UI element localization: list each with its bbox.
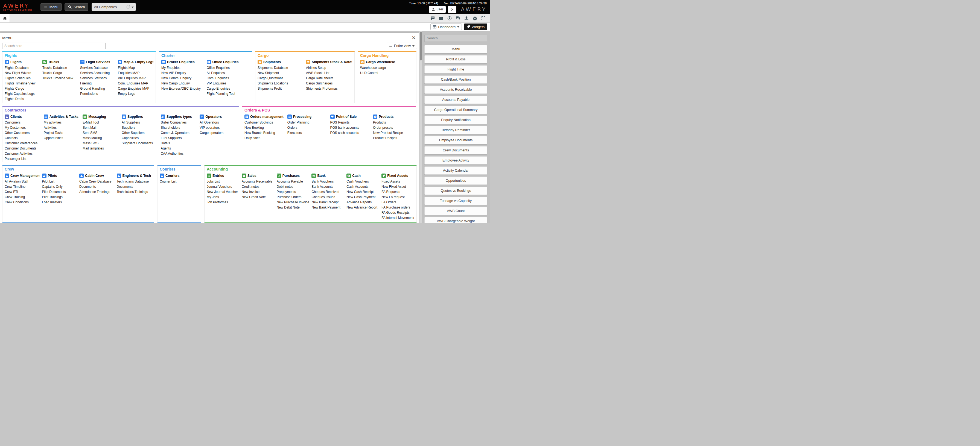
menu-item[interactable]: Agents [161, 146, 198, 151]
menu-item[interactable]: Flight Captains Logs [5, 91, 40, 97]
group-header-processing[interactable]: Processing [287, 114, 328, 119]
widget-button[interactable]: Quotes vs Bookings [425, 187, 487, 195]
menu-item[interactable]: Sister Companies [161, 120, 198, 125]
menu-item[interactable]: Capabilities [122, 135, 159, 141]
group-header-suppliers-types[interactable]: Suppliers types [161, 114, 198, 119]
widget-button[interactable]: Employee Documents [425, 136, 487, 144]
widget-button[interactable]: Opportunities [425, 176, 487, 185]
group-header-fixed-assets[interactable]: Fixed Assets [382, 173, 414, 178]
menu-item[interactable]: Accounts Receivable [242, 179, 275, 184]
menu-item[interactable]: Attendance Trainings [79, 189, 115, 195]
gear-icon[interactable] [473, 16, 477, 21]
menu-item[interactable]: POS cash accounts [330, 130, 371, 135]
chat-double-icon[interactable] [456, 16, 460, 21]
mail-icon[interactable] [439, 16, 443, 21]
comment-icon[interactable] [430, 16, 435, 21]
group-header-bank[interactable]: Bank [312, 173, 344, 178]
menu-item[interactable]: New Purchase Invoice [277, 200, 310, 205]
menu-item[interactable]: Shipments Proformas [306, 86, 352, 91]
menu-item[interactable]: Flights Drafts [5, 97, 40, 102]
group-header-office-enquiries[interactable]: Office Enquiries [207, 60, 250, 64]
menu-item[interactable]: FA Requests [382, 189, 414, 195]
menu-item[interactable]: Pilot Trainings [42, 195, 77, 200]
menu-item[interactable]: Crew Conditions [5, 200, 40, 205]
group-header-purchases[interactable]: Purchases [277, 173, 310, 178]
menu-item[interactable]: Pilot List [42, 179, 77, 184]
logout-button[interactable] [448, 6, 457, 13]
menu-item[interactable]: Cargo Quotations [258, 76, 304, 81]
group-header-broker-enquiries[interactable]: Broker Enquiries [161, 60, 205, 64]
group-header-sales[interactable]: Sales [242, 173, 275, 178]
group-header-shipments[interactable]: Shipments [258, 60, 304, 64]
menu-item[interactable]: Office Enquiries [207, 65, 250, 70]
menu-item[interactable]: Flights Map [118, 65, 153, 70]
menu-item[interactable]: Other Suppliers [122, 130, 159, 135]
menu-item[interactable]: Prepayments [277, 189, 310, 195]
menu-item[interactable]: Comm.J. Operators [161, 130, 198, 135]
menu-item[interactable]: Cargo Rate sheets [306, 76, 352, 81]
menu-item[interactable]: New Cash Receipt [347, 189, 379, 195]
group-header-suppliers[interactable]: Suppliers [122, 114, 159, 119]
menu-item[interactable]: Trucks Timeline View [42, 76, 78, 81]
menu-item[interactable]: Daily sales [245, 135, 285, 141]
group-header-cargo-warehouse[interactable]: Cargo Warehouse [360, 60, 414, 64]
menu-item[interactable]: Journal Vouchers [207, 184, 240, 189]
menu-item[interactable]: Order Planning [287, 120, 328, 125]
menu-item[interactable]: FA Orders [382, 200, 414, 205]
menu-item[interactable]: Pilot Documents [42, 189, 77, 195]
widget-button[interactable]: Birthday Reminder [425, 126, 487, 134]
menu-item[interactable]: Com. Enquiries [207, 76, 250, 81]
menu-item[interactable]: Other Customers [5, 130, 41, 135]
menu-item[interactable]: Executors [287, 130, 328, 135]
menu-item[interactable]: Customers [5, 120, 41, 125]
widget-button[interactable]: Cash/Bank Position [425, 75, 487, 84]
dashboard-select[interactable]: Dashboard [430, 24, 462, 30]
search-button[interactable]: Search [65, 3, 88, 11]
menu-item[interactable]: Crew FTL [5, 189, 40, 195]
menu-item[interactable]: New Bank Payment [312, 205, 344, 210]
menu-item[interactable]: VIP Enquiries [207, 81, 250, 86]
menu-item[interactable]: Cargo Enquiries MAP [118, 86, 153, 91]
menu-item[interactable]: Accounts Payable [277, 179, 310, 184]
group-header-point-of-sale[interactable]: Point of Sale [330, 114, 371, 119]
menu-item[interactable]: Purchase Orders [277, 195, 310, 200]
widget-button[interactable]: Employee Activity [425, 156, 487, 165]
menu-item[interactable]: Debit notes [277, 184, 310, 189]
menu-item[interactable]: New Comm. Enquiry [161, 76, 205, 81]
menu-item[interactable]: Courier List [160, 179, 199, 184]
group-header-operators[interactable]: Operators [200, 114, 237, 119]
menu-item[interactable]: New Express/OBC Enquiry [161, 86, 205, 91]
menu-item[interactable]: My Enquiries [161, 65, 205, 70]
menu-item[interactable]: Trucks Cargo [42, 70, 78, 76]
menu-item[interactable]: Project Tasks [44, 130, 81, 135]
group-header-crew-management[interactable]: Crew Management [5, 173, 40, 178]
menu-item[interactable]: Mass SMS [83, 141, 119, 146]
menu-item[interactable]: Trucks Database [42, 65, 78, 70]
menu-item[interactable]: CAA Authorities [161, 151, 198, 156]
menu-item[interactable]: Cargo operators [200, 130, 237, 135]
menu-item[interactable]: Permissions [80, 91, 116, 97]
menu-item[interactable]: Activities [44, 125, 81, 130]
close-icon[interactable]: ✕ [412, 35, 415, 40]
menu-item[interactable]: Cargo Enquiries [207, 86, 250, 91]
menu-item[interactable]: Cabin Crew Database [79, 179, 115, 184]
company-select[interactable]: All Companies [92, 3, 136, 11]
menu-item[interactable]: New Advance Report [347, 205, 379, 210]
widgets-button[interactable]: Widgets [464, 24, 487, 30]
group-header-entries[interactable]: Entries [207, 173, 240, 178]
group-header-products[interactable]: Products [373, 114, 414, 119]
widget-button[interactable]: Menu [425, 45, 487, 53]
group-header-cash[interactable]: Cash [347, 173, 379, 178]
menu-item[interactable]: New Credit Note [242, 195, 275, 200]
menu-item[interactable]: Ground Handling [80, 86, 116, 91]
menu-item[interactable]: Suppliers [122, 125, 159, 130]
group-header-trucks[interactable]: Trucks [42, 60, 78, 64]
menu-item[interactable]: New Bank Receipt [312, 200, 344, 205]
menu-item[interactable]: New Invoice [242, 189, 275, 195]
fullscreen-icon[interactable] [481, 16, 485, 21]
menu-button[interactable]: Menu [40, 3, 62, 11]
menu-item[interactable]: Fuel Suppliers [161, 135, 198, 141]
menu-item[interactable]: Warehouse cargo [360, 65, 414, 70]
menu-item[interactable]: Product Recipes [373, 135, 414, 141]
menu-item[interactable]: E-Mail Tool [83, 120, 119, 125]
